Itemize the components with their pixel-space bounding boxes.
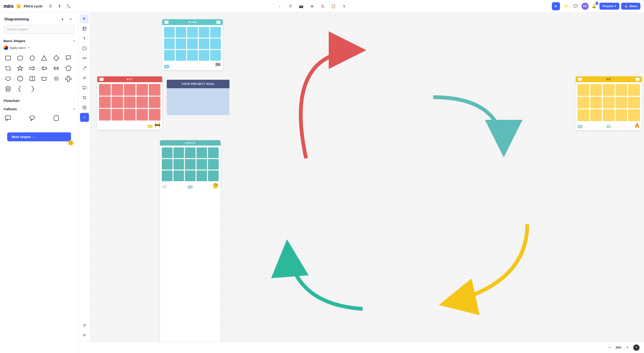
act-board-content <box>97 82 162 122</box>
callouts-grid <box>0 113 78 125</box>
search-icon[interactable]: 🔍 <box>65 3 72 10</box>
plan-menu-icon <box>216 20 220 24</box>
act-sticky-7 <box>112 96 123 108</box>
shape-rect-split[interactable] <box>28 74 37 83</box>
shape-diamond[interactable] <box>52 53 61 62</box>
shape-parallelogram[interactable] <box>4 64 12 73</box>
act-sticky-10 <box>149 96 160 108</box>
shape-gear[interactable] <box>52 74 61 83</box>
svg-rect-24 <box>83 27 86 30</box>
shape-curly-brace-right[interactable] <box>28 84 37 93</box>
more-shapes-button[interactable]: More shapes → <box>7 132 71 141</box>
callouts-title: Callouts <box>4 107 17 111</box>
video-icon[interactable]: 📷 <box>297 2 305 10</box>
plan-sticky-7 <box>176 38 186 49</box>
shape-hexagon[interactable] <box>16 74 25 83</box>
emoji-picker-button[interactable]: 🙂 <box>68 140 74 146</box>
check-board-header: CHECK <box>160 140 220 146</box>
shape-rounded-rectangle[interactable] <box>16 53 25 62</box>
shape-speech-bubble[interactable] <box>64 53 73 62</box>
goal-header: YOUR PROJECT GOAL <box>167 80 230 88</box>
callout-curly[interactable] <box>52 114 61 122</box>
check-sticky-14 <box>196 170 207 176</box>
act-sticky-11 <box>99 109 111 120</box>
top-bar-left: miro 🔒 PDCA cycle ☰ ⬆ 🔍 <box>0 3 76 10</box>
plan-sticky-2 <box>176 27 186 38</box>
shape-cylinder[interactable] <box>4 84 12 93</box>
check-sticky-9 <box>196 159 207 170</box>
svg-point-11 <box>6 77 10 80</box>
check-sticky-12 <box>174 170 184 176</box>
focus-icon[interactable]: ⊕ <box>308 2 316 10</box>
svg-marker-9 <box>54 67 59 70</box>
frame-tool[interactable] <box>80 24 89 33</box>
flowchart-chevron: › <box>74 99 74 102</box>
svg-point-21 <box>6 90 10 91</box>
shape-circle[interactable] <box>28 53 37 62</box>
shape-rectangle[interactable] <box>4 53 12 62</box>
check-sticky-13 <box>185 170 196 176</box>
act-sticky-6 <box>99 96 111 108</box>
sticky-note-tool[interactable] <box>80 44 89 53</box>
shape-triangle[interactable] <box>40 53 48 62</box>
act-sticky-2 <box>112 84 123 96</box>
more-shapes-container: More shapes → 🙂 <box>0 125 78 146</box>
arrow-tool[interactable] <box>80 64 89 72</box>
flowchart-title: Flowchart <box>4 99 20 103</box>
shape-cross[interactable] <box>64 74 73 83</box>
act-sticky-12 <box>112 109 123 120</box>
svg-marker-3 <box>42 55 46 60</box>
shape-arrow-left[interactable] <box>40 64 48 73</box>
basic-shapes-section-header[interactable]: Basic Shapes ▾ <box>0 36 78 44</box>
shape-arrow-right[interactable] <box>28 64 37 73</box>
text-tool[interactable]: T <box>80 34 89 43</box>
shape-trapezoid[interactable] <box>40 74 48 83</box>
shape-pentagon[interactable] <box>64 64 73 73</box>
act-sticky-3 <box>124 84 136 96</box>
callout-oval[interactable] <box>28 114 37 122</box>
svg-marker-15 <box>42 77 46 80</box>
apply-colors-row[interactable]: Apply colors ▾ <box>0 44 78 53</box>
card-icon[interactable]: 🃏 <box>319 2 322 10</box>
check-board-content <box>160 146 220 176</box>
check-sticky-3 <box>185 147 196 158</box>
callout-rect[interactable] <box>4 114 12 122</box>
plan-title: PLAN <box>188 21 197 23</box>
download-icon[interactable]: ⬇ <box>60 16 66 22</box>
sidebar-header-icons: ⬇ ✕ <box>60 16 74 22</box>
upload-tool[interactable] <box>80 103 89 112</box>
select-tool[interactable] <box>80 14 89 23</box>
shape-double-arrow[interactable] <box>52 64 61 73</box>
chevron-left-icon[interactable]: ‹ <box>276 2 284 10</box>
search-container <box>0 25 78 36</box>
check-sticky-5 <box>208 147 219 158</box>
pen-tool[interactable] <box>80 73 89 82</box>
timer-icon[interactable]: ⏱ <box>286 2 294 10</box>
shape-oval[interactable] <box>4 74 12 83</box>
act-sticky-4 <box>136 84 148 96</box>
close-icon[interactable]: ✕ <box>68 16 74 22</box>
shape-curly-brace-left[interactable] <box>16 84 25 93</box>
act-board-header: ACT <box>97 76 162 82</box>
check-sticky-8 <box>185 159 196 170</box>
svg-point-16 <box>55 77 57 80</box>
diagramming-sidebar: Diagramming ⬇ ✕ Basic Shapes ▾ Apply col… <box>0 12 78 176</box>
connect-tool[interactable] <box>80 54 89 63</box>
add-tool[interactable]: + <box>80 113 89 122</box>
svg-rect-1 <box>18 56 23 60</box>
comment-tool[interactable] <box>80 83 89 92</box>
shape-star[interactable] <box>16 64 25 73</box>
plan-sticky-15 <box>210 50 221 61</box>
act-sticky-1 <box>99 84 111 96</box>
goal-card: YOUR PROJECT GOAL <box>167 80 230 115</box>
act-sticky-8 <box>124 96 136 108</box>
crop-tool[interactable] <box>80 93 89 102</box>
svg-marker-4 <box>54 55 59 61</box>
upload-icon[interactable]: ⬆ <box>56 3 63 10</box>
plan-sticky-4 <box>199 27 210 38</box>
menu-icon[interactable]: ☰ <box>47 3 54 10</box>
canvas[interactable]: PLAN 💬 🏁 DO <box>90 12 322 176</box>
callouts-section-header[interactable]: Callouts ▾ <box>0 104 78 113</box>
flowchart-section-header[interactable]: Flowchart › <box>0 96 78 104</box>
search-input[interactable] <box>4 25 74 33</box>
